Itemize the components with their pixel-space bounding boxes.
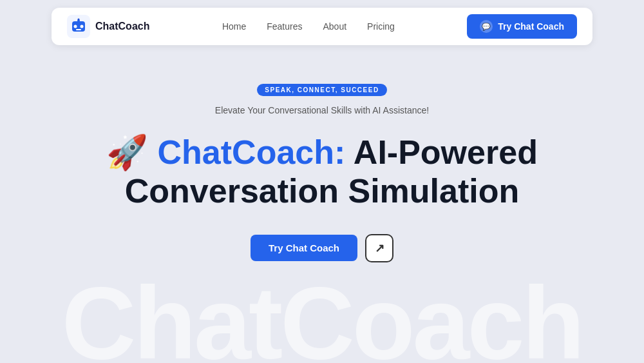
nav-link-features[interactable]: Features	[267, 21, 302, 32]
navbar-cta-label: Try Chat Coach	[498, 21, 564, 32]
svg-point-2	[74, 25, 77, 28]
hero-cta-button[interactable]: Try Chat Coach	[251, 235, 357, 261]
nav-link-about[interactable]: About	[323, 21, 346, 32]
logo-icon	[67, 15, 90, 38]
svg-point-3	[80, 25, 84, 28]
hero-external-button[interactable]: ↗	[365, 234, 393, 262]
svg-point-6	[78, 19, 80, 21]
hero-buttons: Try Chat Coach ↗	[251, 234, 393, 262]
cta-chat-icon: 💬	[480, 20, 493, 33]
navbar: ChatCoach Home Features About Pricing 💬 …	[52, 8, 592, 45]
hero-subtitle: Elevate Your Conversational Skills with …	[215, 105, 429, 115]
nav-links: Home Features About Pricing	[222, 21, 395, 32]
hero-emoji: 🚀	[106, 133, 148, 171]
hero-section: SPEAK, CONNECT, SUCCEED Elevate Your Con…	[0, 53, 644, 262]
nav-link-home[interactable]: Home	[222, 21, 246, 32]
navbar-cta-button[interactable]: 💬 Try Chat Coach	[467, 14, 577, 39]
logo-text: ChatCoach	[95, 21, 149, 32]
external-link-icon: ↗	[375, 241, 384, 255]
background-watermark: ChatCoach	[62, 264, 583, 363]
hero-badge: SPEAK, CONNECT, SUCCEED	[257, 84, 386, 96]
nav-link-pricing[interactable]: Pricing	[367, 21, 395, 32]
logo[interactable]: ChatCoach	[67, 15, 149, 38]
hero-title: 🚀 ChatCoach: AI-PoweredConversation Simu…	[106, 133, 538, 211]
hero-brand: ChatCoach:	[148, 133, 345, 171]
svg-rect-4	[76, 29, 81, 30]
